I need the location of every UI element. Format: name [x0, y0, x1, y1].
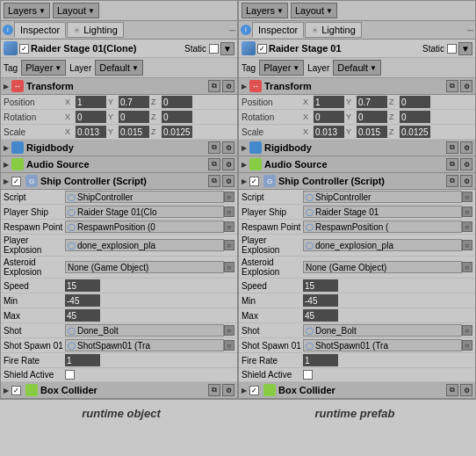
left-pos-z[interactable]	[162, 96, 192, 108]
left-rot-y[interactable]	[119, 111, 149, 123]
script-field-label: Player Explosion	[4, 235, 65, 255]
script-pick-btn[interactable]: ○	[224, 221, 234, 232]
left-object-row: Raider Stage 01(Clone) Static ▼	[1, 40, 237, 58]
script-field-number-input[interactable]	[303, 354, 338, 366]
left-layout-dropdown[interactable]: Layout ▼	[53, 3, 99, 18]
script-pick-btn[interactable]: ○	[224, 240, 234, 250]
right-pos-z[interactable]	[400, 96, 430, 108]
script-field-number-input[interactable]	[65, 279, 100, 292]
left-tag-dropdown[interactable]: Player ▼	[21, 60, 66, 76]
right-scale-x[interactable]	[314, 126, 344, 138]
right-rot-z[interactable]	[400, 111, 430, 123]
left-lighting-tab[interactable]: ☀ Lighting	[67, 22, 124, 38]
right-collider-copy-btn[interactable]: ⧉	[446, 384, 458, 396]
right-scale-y[interactable]	[357, 126, 387, 138]
script-field-number-input[interactable]	[65, 354, 100, 366]
left-script-checkbox[interactable]	[11, 177, 21, 186]
right-rigidbody-gear-btn[interactable]: ⚙	[460, 141, 472, 154]
left-collider-copy-btn[interactable]: ⧉	[208, 384, 220, 396]
right-rigidbody-copy-btn[interactable]: ⧉	[446, 141, 458, 154]
left-pos-y[interactable]	[119, 96, 149, 108]
left-rot-x[interactable]	[76, 111, 106, 123]
right-static-dropdown[interactable]: ▼	[458, 42, 472, 55]
right-static-checkbox[interactable]	[447, 44, 457, 54]
left-pos-x[interactable]	[76, 96, 106, 108]
left-script-copy-btn[interactable]: ⧉	[208, 175, 220, 187]
right-object-checkbox[interactable]	[257, 44, 267, 54]
script-pick-btn[interactable]: ○	[462, 325, 472, 336]
right-pin-btn[interactable]: ─	[467, 25, 473, 35]
right-layout-dropdown[interactable]: Layout ▼	[291, 3, 337, 18]
script-field-value[interactable]: ◯ShipController	[303, 191, 462, 203]
right-tag-dropdown[interactable]: Player ▼	[259, 60, 304, 76]
left-scale-x[interactable]	[76, 126, 106, 138]
right-collider-gear-btn[interactable]: ⚙	[460, 384, 472, 396]
script-pick-btn[interactable]: ○	[224, 192, 234, 202]
script-pick-btn[interactable]: ○	[224, 325, 234, 336]
left-rigidbody-gear-btn[interactable]: ⚙	[222, 141, 234, 154]
left-scale-y[interactable]	[119, 126, 149, 138]
script-pick-btn[interactable]: ○	[462, 192, 472, 202]
left-layers-dropdown[interactable]: Layers ▼	[4, 3, 50, 18]
script-field-label: Shot Spawn 01	[242, 341, 303, 351]
script-pick-btn[interactable]: ○	[462, 221, 472, 232]
script-pick-btn[interactable]: ○	[462, 340, 472, 351]
script-pick-btn[interactable]: ○	[224, 206, 234, 217]
script-field-label: Max	[4, 311, 65, 321]
script-field-number-input[interactable]	[65, 309, 100, 322]
right-rot-x[interactable]	[314, 111, 344, 123]
script-value-icon: ◯	[68, 342, 76, 350]
right-collider-checkbox[interactable]	[249, 386, 259, 395]
script-pick-btn[interactable]: ○	[462, 262, 472, 272]
script-field-value[interactable]: ◯ShipController	[65, 191, 224, 203]
script-field-checkbox[interactable]	[65, 370, 75, 380]
left-static-checkbox[interactable]	[209, 44, 219, 54]
script-pick-btn[interactable]: ○	[224, 262, 234, 272]
right-rot-y[interactable]	[357, 111, 387, 123]
right-audio-gear-btn[interactable]: ⚙	[460, 158, 472, 170]
script-field-number-input[interactable]	[303, 279, 338, 292]
right-script-gear-btn[interactable]: ⚙	[460, 175, 472, 187]
script-field-number-input[interactable]	[65, 294, 100, 307]
script-pick-btn[interactable]: ○	[224, 340, 234, 351]
right-audio-copy-btn[interactable]: ⧉	[446, 158, 458, 170]
left-static-dropdown[interactable]: ▼	[220, 42, 234, 55]
left-audio-gear-btn[interactable]: ⚙	[222, 158, 234, 170]
left-layer-dropdown[interactable]: Default ▼	[95, 60, 143, 76]
script-pick-btn[interactable]: ○	[462, 240, 472, 250]
right-script-checkbox[interactable]	[249, 177, 259, 186]
right-inspector-label: Inspector	[258, 25, 298, 35]
script-pick-btn[interactable]: ○	[462, 206, 472, 217]
left-script-gear-btn[interactable]: ⚙	[222, 175, 234, 187]
right-pos-y[interactable]	[357, 96, 387, 108]
right-layers-dropdown[interactable]: Layers ▼	[242, 3, 288, 18]
left-scale-z[interactable]	[162, 126, 192, 138]
left-collider-checkbox[interactable]	[11, 386, 21, 395]
left-rigidbody-copy-btn[interactable]: ⧉	[208, 141, 220, 154]
left-audio-copy-btn[interactable]: ⧉	[208, 158, 220, 170]
panels-row: Layers ▼ Layout ▼ i Inspector ☀ Lighting	[0, 0, 476, 400]
script-field-number-input[interactable]	[303, 309, 338, 322]
right-script-copy-btn[interactable]: ⧉	[446, 175, 458, 187]
script-field-checkbox[interactable]	[303, 370, 313, 380]
right-pos-x[interactable]	[314, 96, 344, 108]
left-position-row: Position X Y Z	[1, 95, 237, 110]
right-transform-copy-btn[interactable]: ⧉	[446, 80, 458, 92]
left-inspector-tab[interactable]: Inspector	[14, 22, 66, 38]
left-object-name: Raider Stage 01(Clone)	[31, 43, 183, 54]
left-collider-gear-btn[interactable]: ⚙	[222, 384, 234, 396]
left-object-checkbox[interactable]	[19, 44, 29, 54]
right-object-name: Raider Stage 01	[269, 43, 421, 54]
right-inspector-tab[interactable]: Inspector	[252, 22, 304, 38]
script-field-number-input[interactable]	[303, 294, 338, 307]
left-transform-copy-btn[interactable]: ⧉	[208, 80, 220, 92]
left-rot-z[interactable]	[162, 111, 192, 123]
right-scale-z[interactable]	[400, 126, 430, 138]
right-transform-gear-btn[interactable]: ⚙	[460, 80, 472, 92]
left-rotation-label: Rotation	[4, 112, 65, 122]
left-pin-btn[interactable]: ─	[229, 25, 235, 35]
left-transform-gear-btn[interactable]: ⚙	[222, 80, 234, 92]
right-lighting-tab[interactable]: ☀ Lighting	[305, 22, 362, 38]
script-value-icon: ◯	[306, 223, 314, 231]
right-layer-dropdown[interactable]: Default ▼	[333, 60, 381, 76]
